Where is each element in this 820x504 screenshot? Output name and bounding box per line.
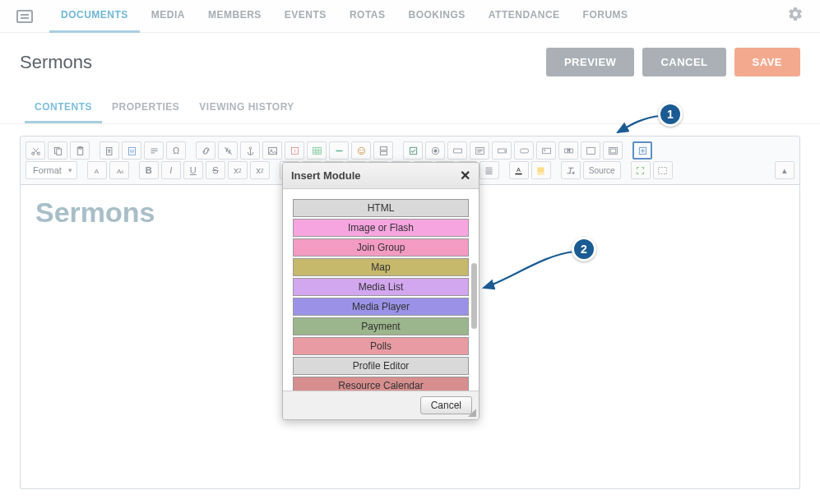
showblocks-icon[interactable] (653, 161, 673, 179)
pagebreak-icon[interactable] (373, 141, 393, 160)
svg-point-22 (433, 149, 436, 151)
anchor-icon[interactable] (240, 141, 260, 160)
menu-icon[interactable] (16, 10, 33, 23)
svg-rect-23 (453, 149, 461, 153)
checkbox-icon[interactable] (403, 141, 423, 160)
textfield-icon[interactable] (447, 141, 467, 160)
svg-point-16 (359, 150, 360, 150)
module-join-group[interactable]: Join Group (293, 238, 469, 257)
iframe-icon[interactable] (603, 141, 623, 160)
nav-documents[interactable]: DOCUMENTS (49, 0, 140, 33)
source-button[interactable]: Source (583, 161, 621, 179)
insert-module-button[interactable] (632, 141, 652, 160)
module-polls[interactable]: Polls (293, 337, 469, 355)
module-map[interactable]: Map (293, 258, 469, 276)
svg-rect-47 (516, 173, 522, 174)
nav-rotas[interactable]: ROTAS (338, 0, 397, 33)
svg-rect-26 (520, 149, 528, 153)
bgcolor-icon[interactable] (531, 161, 551, 179)
nav-media[interactable]: MEDIA (140, 0, 197, 33)
annotation-badge-2: 2 (572, 237, 596, 261)
module-profile-editor[interactable]: Profile Editor (293, 357, 469, 375)
font-icon[interactable]: A (87, 161, 107, 179)
insert-module-dialog: Insert Module ✕ HTMLImage or FlashJoin G… (282, 162, 479, 420)
subtab-properties[interactable]: PROPERTIES (102, 93, 189, 123)
dialog-title: Insert Module (291, 169, 361, 182)
underline-icon[interactable]: U (183, 161, 203, 179)
annotation-badge-1: 1 (658, 102, 683, 127)
svg-text:A: A (95, 167, 100, 174)
nav-bookings[interactable]: BOOKINGS (396, 0, 476, 33)
dialog-scrollbar[interactable] (471, 263, 477, 329)
italic-icon[interactable]: I (161, 161, 181, 179)
copy-icon[interactable] (48, 141, 67, 160)
superscript-icon[interactable]: x2 (250, 161, 270, 179)
subtab-viewing-history[interactable]: VIEWING HISTORY (189, 93, 304, 123)
textarea-icon[interactable] (470, 141, 489, 160)
sub-tabs: CONTENTSPROPERTIESVIEWING HISTORY (0, 93, 820, 124)
module-payment[interactable]: Payment (293, 317, 469, 335)
bold-icon[interactable]: B (139, 161, 159, 179)
module-media-player[interactable]: Media Player (293, 298, 469, 316)
radio-icon[interactable] (425, 141, 445, 160)
module-html[interactable]: HTML (293, 199, 469, 217)
dialog-close-icon[interactable]: ✕ (460, 168, 470, 183)
hidden-icon[interactable]: H (558, 141, 578, 160)
maximize-icon[interactable] (631, 161, 651, 179)
svg-point-17 (362, 150, 363, 150)
page-header: Sermons PREVIEW CANCEL SAVE (0, 33, 820, 83)
svg-text:H: H (567, 149, 570, 153)
link-icon[interactable] (196, 141, 215, 160)
module-list: HTMLImage or FlashJoin GroupMapMedia Lis… (293, 199, 469, 391)
cut-icon[interactable] (25, 141, 45, 160)
subscript-icon[interactable]: x2 (228, 161, 248, 179)
image-icon[interactable] (262, 141, 282, 160)
module-image-or-flash[interactable]: Image or Flash (293, 219, 469, 237)
dialog-header[interactable]: Insert Module ✕ (283, 163, 479, 189)
svg-text:W: W (129, 148, 134, 153)
removeformat-icon[interactable] (561, 161, 581, 179)
paste-word-icon[interactable]: W (122, 141, 141, 160)
dialog-cancel-button[interactable]: Cancel (420, 396, 472, 414)
find-icon[interactable] (144, 141, 164, 160)
top-nav: DOCUMENTSMEDIAMEMBERSEVENTSROTASBOOKINGS… (0, 0, 820, 33)
form-icon[interactable] (581, 141, 600, 160)
svg-text:f: f (294, 148, 295, 153)
align-justify-icon[interactable] (479, 161, 499, 179)
preview-button[interactable]: PREVIEW (546, 48, 634, 76)
module-resource-calendar[interactable]: Resource Calendar (293, 377, 469, 391)
format-combo[interactable]: Format (25, 161, 77, 179)
flash-icon[interactable]: f (285, 141, 304, 160)
resize-grip-icon[interactable] (467, 408, 477, 418)
unlink-icon[interactable] (218, 141, 238, 160)
size-icon[interactable]: AA (109, 161, 129, 179)
hr-icon[interactable] (329, 141, 349, 160)
svg-rect-50 (659, 167, 667, 173)
table-icon[interactable] (307, 141, 327, 160)
svg-rect-3 (56, 149, 61, 155)
collapse-toolbar-icon[interactable]: ▴ (775, 161, 795, 179)
settings-gear-icon[interactable] (787, 6, 804, 26)
nav-events[interactable]: EVENTS (273, 0, 338, 33)
nav-attendance[interactable]: ATTENDANCE (477, 0, 572, 33)
paste-icon[interactable] (70, 141, 90, 160)
svg-text:A: A (517, 166, 521, 173)
select-icon[interactable] (492, 141, 512, 160)
nav-forums[interactable]: FORUMS (572, 0, 640, 33)
imagebutton-icon[interactable] (536, 141, 556, 160)
cancel-button[interactable]: CANCEL (642, 48, 725, 76)
paste-text-icon[interactable] (100, 141, 119, 160)
nav-members[interactable]: MEMBERS (197, 0, 273, 33)
spellcheck-icon[interactable]: Ω (166, 141, 186, 160)
smiley-icon[interactable] (351, 141, 371, 160)
svg-rect-18 (380, 146, 387, 150)
svg-rect-10 (268, 147, 276, 154)
svg-rect-31 (586, 147, 595, 154)
svg-rect-48 (538, 167, 544, 173)
strike-icon[interactable]: S (206, 161, 225, 179)
save-button[interactable]: SAVE (734, 48, 800, 76)
textcolor-icon[interactable]: A (509, 161, 529, 179)
subtab-contents[interactable]: CONTENTS (25, 93, 102, 123)
button-icon[interactable] (514, 141, 534, 160)
module-media-list[interactable]: Media List (293, 278, 469, 296)
